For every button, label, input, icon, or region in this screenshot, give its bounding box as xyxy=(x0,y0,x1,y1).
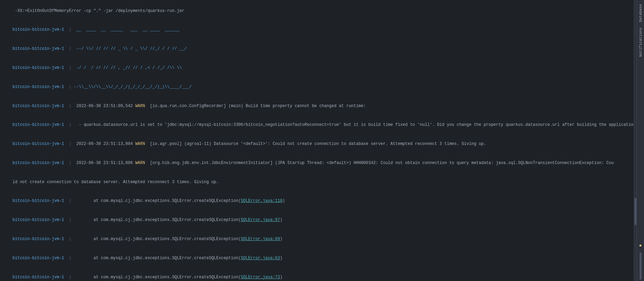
log-line: bitcoin-bitcoin-jvm-1 | 2022-06-30 23:51… xyxy=(3,97,634,116)
log-line: bitcoin-bitcoin-jvm-1 | --\\__\\/\\__\\/… xyxy=(3,77,634,97)
database-tab[interactable]: Database xyxy=(638,1,643,25)
log-line: bitcoin-bitcoin-jvm-1 | 2022-06-30 23:51… xyxy=(3,134,634,153)
log-line: bitcoin-bitcoin-jvm-1 | 2022-06-30 23:51… xyxy=(3,153,634,173)
right-sidebar: Database Notifications ● xyxy=(637,0,644,281)
log-line: bitcoin-bitcoin-jvm-1 | __ ____ __ _____… xyxy=(3,20,634,40)
log-line: bitcoin-bitcoin-jvm-1 | - quarkus.dataso… xyxy=(3,116,634,135)
notifications-tab[interactable]: Notifications xyxy=(638,25,643,60)
log-line: bitcoin-bitcoin-jvm-1 | --/ \\/ // // //… xyxy=(3,40,634,59)
terminal-output[interactable]: -XX:+ExitOnOutOfMemoryError -cp "." -jar… xyxy=(0,0,637,281)
log-line: bitcoin-bitcoin-jvm-1 | at com.mysql.cj.… xyxy=(3,249,634,268)
scrollbar-thumb[interactable] xyxy=(634,198,637,225)
command-line: -XX:+ExitOnOutOfMemoryError -cp "." -jar… xyxy=(3,1,634,20)
scrollbar[interactable] xyxy=(634,0,637,281)
log-line: bitcoin-bitcoin-jvm-1 | at com.mysql.cj.… xyxy=(3,268,634,281)
sidebar-scrollbar[interactable] xyxy=(640,252,642,280)
bell-icon[interactable]: ● xyxy=(639,243,642,248)
log-line: bitcoin-bitcoin-jvm-1 | at com.mysql.cj.… xyxy=(3,211,634,230)
log-line: ld not create connection to database ser… xyxy=(3,173,634,192)
log-line: bitcoin-bitcoin-jvm-1 | -/ / / // // // … xyxy=(3,58,634,77)
log-line: bitcoin-bitcoin-jvm-1 | at com.mysql.cj.… xyxy=(3,230,634,249)
log-line: bitcoin-bitcoin-jvm-1 | at com.mysql.cj.… xyxy=(3,192,634,211)
